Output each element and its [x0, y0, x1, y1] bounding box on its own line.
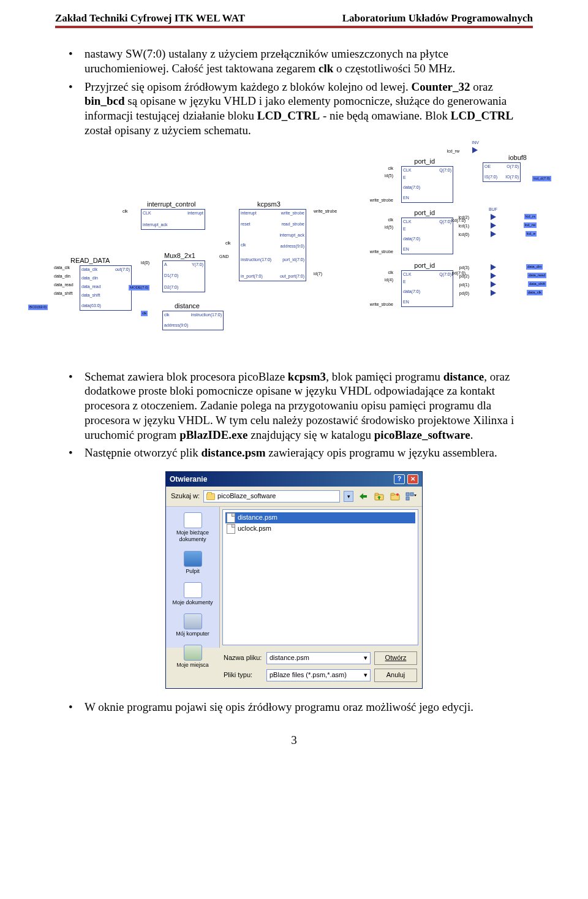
open-file-dialog: Otwieranie ? ✕ Szukaj w: picoBlaze_softw… [165, 471, 423, 689]
buf-icon [491, 222, 496, 229]
bullet-1: nastawy SW(7:0) ustalany z użyciem przeł… [55, 47, 533, 76]
dialog-title: Otwieranie [170, 475, 207, 484]
header-rule [55, 26, 533, 28]
svg-rect-1 [375, 493, 379, 495]
places-desktop[interactable]: Pulpit [166, 549, 219, 577]
filetype-label: Pliki typu: [224, 671, 263, 680]
buf-icon [491, 281, 496, 287]
up-folder-icon[interactable] [373, 490, 385, 503]
file-item[interactable]: uclock.psm [225, 523, 415, 534]
port-lcd-rs: lcd_rs [524, 214, 537, 219]
view-menu-icon[interactable] [405, 490, 417, 503]
dialog-toolbar: Szukaj w: picoBlaze_software ▾ [166, 487, 422, 507]
cancel-button[interactable]: Anuluj [374, 669, 417, 682]
port-clk: clk [141, 311, 148, 316]
block-kcpsm3: interrupt write_strobe reset read_strobe… [239, 209, 306, 281]
bullet-2: Przyjrzeć się opisom źródłowym każdego z… [55, 80, 533, 138]
port-data-read: data_read [527, 273, 546, 278]
file-name: distance.psm [238, 514, 277, 522]
chevron-down-icon[interactable]: ▾ [344, 491, 353, 502]
chevron-down-icon[interactable]: ▾ [364, 654, 368, 662]
block-interrupt-control: CLK interrupt interrupt_ack [141, 209, 205, 230]
svg-rect-6 [410, 493, 413, 496]
filename-label: Nazwa pliku: [224, 654, 263, 662]
block-read-data: data_clk out(7:0) data_din data_read dat… [80, 265, 132, 311]
block-port-id-2: CLK Q(7:0) E data(7:0) EN [401, 218, 453, 254]
block-title-read-data: READ_DATA [70, 257, 110, 265]
port-data-shift: data_shift [528, 281, 546, 287]
places-recent[interactable]: Moje bieżące dokumenty [166, 510, 219, 545]
places-bar: Moje bieżące dokumenty Pulpit Moje dokum… [166, 507, 220, 648]
lookin-value: picoBlaze_software [217, 492, 276, 501]
file-icon [227, 513, 235, 523]
block-title-kcpsm3: kcpsm3 [257, 200, 281, 209]
buf-icon [491, 214, 496, 220]
svg-rect-3 [391, 493, 394, 495]
block-title-port-id-1: port_id [414, 157, 435, 166]
lookin-label: Szukaj w: [171, 492, 200, 501]
svg-point-4 [396, 493, 399, 496]
bullet-4: Następnie otworzyć plik distance.psm zaw… [55, 446, 533, 460]
block-title-iobuf8: iobuf8 [508, 154, 527, 162]
port-lcd-d: lcd_d(7:0) [532, 176, 551, 181]
port-data-din: data_din [526, 264, 543, 270]
bullet-5: W oknie programu pojawi się opis źródłow… [55, 700, 533, 715]
port-mode: MODE(7:0) [129, 285, 149, 290]
svg-rect-5 [406, 493, 409, 496]
folder-icon [184, 582, 202, 598]
block-iobuf8: OE O(7:0) IS(7:0) IO(7:0) [483, 162, 521, 182]
computer-icon [184, 613, 202, 629]
chevron-down-icon[interactable]: ▾ [364, 671, 368, 680]
pin-inv: INV [472, 140, 479, 146]
close-button[interactable]: ✕ [407, 474, 418, 484]
buf-icon [491, 264, 496, 270]
places-mycomputer[interactable]: Mój komputer [166, 612, 219, 639]
port-bcd: BCD(63:0) [28, 305, 48, 310]
page-header: Zakład Techniki Cyfrowej ITK WEL WAT Lab… [55, 12, 533, 25]
inv-buffer-icon [472, 147, 478, 153]
header-right: Laboratorium Układów Programowalnych [342, 12, 533, 25]
file-list[interactable]: distance.psm uclock.psm [222, 509, 418, 645]
header-left: Zakład Techniki Cyfrowej ITK WEL WAT [55, 12, 245, 25]
block-port-id-3: CLK Q(7:0) E data(7:0) EN [401, 270, 453, 307]
lookin-combo[interactable]: picoBlaze_software [203, 490, 340, 503]
block-title-mux: Mux8_2x1 [164, 252, 195, 260]
block-mux: A Y(7:0) D1(7:0) D2(7:0) [162, 260, 205, 292]
net-lcd-rw: lcd_rw [447, 149, 459, 154]
open-button[interactable]: Otwórz [374, 651, 417, 665]
buf-icon [491, 273, 496, 279]
new-folder-icon[interactable] [389, 490, 401, 503]
bullet-3: Schemat zawiera blok procesora picoBlaze… [55, 370, 533, 442]
svg-rect-7 [406, 497, 409, 500]
filename-input[interactable]: distance.psm ▾ [266, 652, 371, 664]
block-title-interrupt: interrupt_control [147, 200, 196, 209]
file-item-selected[interactable]: distance.psm [225, 512, 415, 523]
buf-icon [491, 290, 496, 296]
file-icon [227, 524, 235, 534]
places-mydocs[interactable]: Moje dokumenty [166, 580, 219, 608]
desktop-icon [184, 551, 202, 567]
schematic-diagram: lcd_rw INV iobuf8 OE O(7:0) IS(7:0) IO(7… [55, 149, 533, 351]
back-icon[interactable] [357, 490, 369, 503]
document-icon [184, 512, 202, 528]
dialog-titlebar: Otwieranie ? ✕ [166, 472, 422, 487]
port-lcd-e: lcd_e [526, 231, 537, 237]
block-distance: clk instruction(17:0) address(9:0) [162, 311, 224, 330]
filetype-combo[interactable]: pBlaze files (*.psm,*.asm) ▾ [266, 669, 371, 681]
block-title-port-id-2: port_id [414, 209, 435, 218]
port-data-clk: data_clk [527, 290, 543, 295]
help-button[interactable]: ? [394, 474, 405, 484]
block-title-port-id-3: port_id [414, 262, 435, 270]
network-icon [184, 645, 202, 661]
file-name: uclock.psm [238, 525, 271, 533]
block-title-distance: distance [175, 302, 200, 311]
page-number: 3 [55, 733, 533, 748]
buf-icon [491, 231, 496, 237]
port-lcd-rw: lcd_rw [524, 222, 537, 228]
folder-icon [206, 493, 215, 500]
block-port-id-1: CLK Q(7:0) E data(7:0) EN [401, 166, 453, 203]
places-network[interactable]: Moje miejsca [166, 643, 219, 670]
